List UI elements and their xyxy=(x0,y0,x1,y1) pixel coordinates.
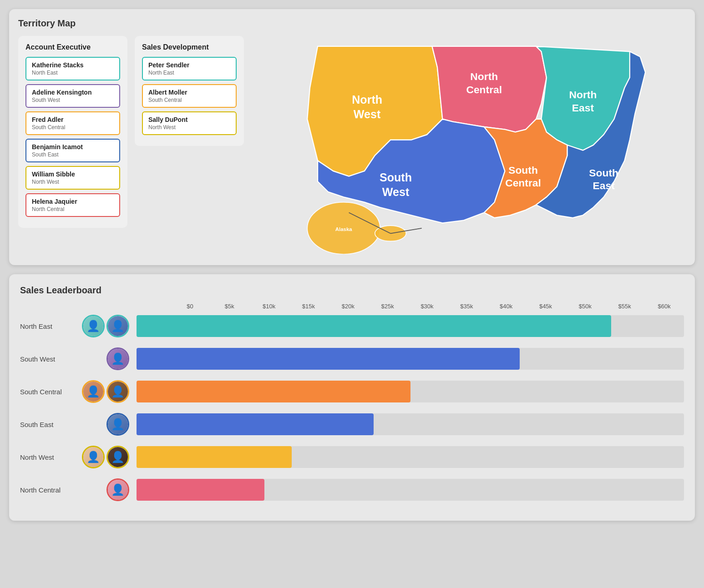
person-region: South East xyxy=(32,151,114,158)
svg-text:South: South xyxy=(589,167,618,179)
bar-fill xyxy=(137,315,611,337)
avatar-face: 👤 xyxy=(83,447,103,467)
svg-text:South: South xyxy=(508,164,538,176)
avatar: 👤 xyxy=(106,347,129,370)
avatar: 👤 xyxy=(106,380,129,403)
svg-text:North: North xyxy=(470,70,498,82)
bar-fill xyxy=(137,381,410,402)
bar-fill xyxy=(137,479,264,501)
svg-text:North: North xyxy=(569,89,597,101)
svg-text:Alaska: Alaska xyxy=(335,226,352,232)
avatar-container: 👤👤 xyxy=(75,380,129,403)
sales-development-section: Sales Development Peter SendlerNorth Eas… xyxy=(135,36,244,146)
lb-region-label: South Central xyxy=(20,388,75,396)
leaderboard-row: South East👤 xyxy=(20,412,684,437)
person-region: North East xyxy=(32,70,114,76)
account-executive-heading: Account Executive xyxy=(25,43,120,51)
bar-fill xyxy=(137,348,520,370)
avatar-face: 👤 xyxy=(108,382,128,402)
person-name: Sally DuPont xyxy=(148,116,230,123)
axis-label: $25k xyxy=(368,303,407,310)
avatar-container: 👤👤 xyxy=(75,315,129,337)
person-card[interactable]: Albert MollerSouth Central xyxy=(142,84,237,108)
us-map-container: Alaska North West North Central North Ea… xyxy=(251,36,686,256)
account-executive-section: Account Executive Katherine StacksNorth … xyxy=(18,36,127,228)
person-card[interactable]: Benjamin IcamotSouth East xyxy=(25,139,120,162)
avatar-face: 👤 xyxy=(83,382,103,402)
person-card[interactable]: Peter SendlerNorth East xyxy=(142,57,237,80)
leaderboard-row: South Central👤👤 xyxy=(20,379,684,404)
svg-text:East: East xyxy=(593,180,615,191)
avatar-face: 👤 xyxy=(108,414,128,434)
sales-development-heading: Sales Development xyxy=(142,43,237,51)
bar-fill xyxy=(137,446,292,468)
person-card[interactable]: Sally DuPontNorth West xyxy=(142,111,237,135)
axis-label: $20k xyxy=(328,303,368,310)
lb-region-label: North Central xyxy=(20,486,75,494)
person-name: Katherine Stacks xyxy=(32,61,114,69)
territory-map-panel: Territory Map Account Executive Katherin… xyxy=(9,9,695,265)
axis-label: $5k xyxy=(210,303,249,310)
avatar: 👤 xyxy=(82,315,105,337)
person-name: Helena Jaquier xyxy=(32,198,114,205)
person-region: South Central xyxy=(32,124,114,131)
person-name: Albert Moller xyxy=(148,89,230,96)
person-name: William Sibble xyxy=(32,171,114,178)
avatar-container: 👤 xyxy=(75,347,129,370)
person-region: South Central xyxy=(148,97,230,103)
axis-label: $0 xyxy=(170,303,210,310)
avatar-container: 👤👤 xyxy=(75,446,129,468)
avatar-face: 👤 xyxy=(108,480,128,500)
leaderboard-row: North East👤👤 xyxy=(20,313,684,339)
svg-text:Central: Central xyxy=(505,177,541,189)
axis-label: $40k xyxy=(486,303,526,310)
leaderboard-row: North West👤👤 xyxy=(20,444,684,470)
person-region: South West xyxy=(32,97,114,103)
sales-development-list: Peter SendlerNorth EastAlbert MollerSout… xyxy=(142,57,237,135)
person-card[interactable]: Helena JaquierNorth Central xyxy=(25,193,120,217)
us-map-svg: Alaska North West North Central North Ea… xyxy=(251,36,686,254)
lb-region-label: North West xyxy=(20,453,75,461)
lb-region-label: North East xyxy=(20,322,75,330)
bar-track xyxy=(137,413,684,435)
bar-track xyxy=(137,479,684,501)
leaderboard-row: North Central👤 xyxy=(20,477,684,503)
axis-label: $55k xyxy=(605,303,644,310)
axis-label: $10k xyxy=(249,303,289,310)
person-region: North East xyxy=(148,70,230,76)
bar-fill xyxy=(137,413,374,435)
axis-label: $45k xyxy=(526,303,566,310)
leaderboard-title: Sales Leaderboard xyxy=(20,285,684,296)
svg-text:West: West xyxy=(382,186,410,198)
avatar: 👤 xyxy=(106,413,129,436)
avatar-face: 👤 xyxy=(108,316,128,336)
avatar-container: 👤 xyxy=(75,413,129,436)
person-card[interactable]: William SibbleNorth West xyxy=(25,166,120,190)
axis-label: $60k xyxy=(644,303,684,310)
axis-labels-row: $0$5k$10k$15k$20k$25k$30k$35k$40k$45k$50… xyxy=(170,303,684,310)
bar-track xyxy=(137,315,684,337)
axis-label: $35k xyxy=(447,303,486,310)
avatar-face: 👤 xyxy=(83,316,103,336)
lb-region-label: South East xyxy=(20,421,75,428)
territory-map-title: Territory Map xyxy=(18,18,686,29)
person-region: North Central xyxy=(32,206,114,212)
account-executive-list: Katherine StacksNorth EastAdeline Kensin… xyxy=(25,57,120,217)
svg-text:North: North xyxy=(352,93,382,106)
person-name: Adeline Kensington xyxy=(32,89,114,96)
person-card[interactable]: Adeline KensingtonSouth West xyxy=(25,84,120,108)
avatar-container: 👤 xyxy=(75,478,129,501)
svg-text:South: South xyxy=(380,171,412,184)
person-card[interactable]: Katherine StacksNorth East xyxy=(25,57,120,80)
leaderboard-panel: Sales Leaderboard $0$5k$10k$15k$20k$25k$… xyxy=(9,274,695,521)
person-region: North West xyxy=(148,124,230,131)
svg-text:Central: Central xyxy=(466,84,502,95)
leaderboard-row: South West👤 xyxy=(20,346,684,372)
axis-label: $30k xyxy=(407,303,447,310)
avatar: 👤 xyxy=(82,446,105,468)
person-card[interactable]: Fred AdlerSouth Central xyxy=(25,111,120,135)
svg-text:East: East xyxy=(572,102,594,114)
avatar: 👤 xyxy=(106,315,129,337)
person-name: Peter Sendler xyxy=(148,61,230,69)
avatar-face: 👤 xyxy=(108,447,128,467)
